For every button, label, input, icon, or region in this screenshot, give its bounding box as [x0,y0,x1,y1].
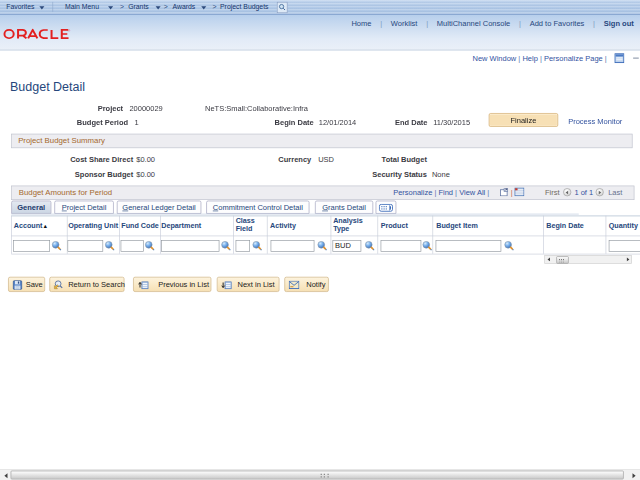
svg-text:®: ® [68,29,71,33]
